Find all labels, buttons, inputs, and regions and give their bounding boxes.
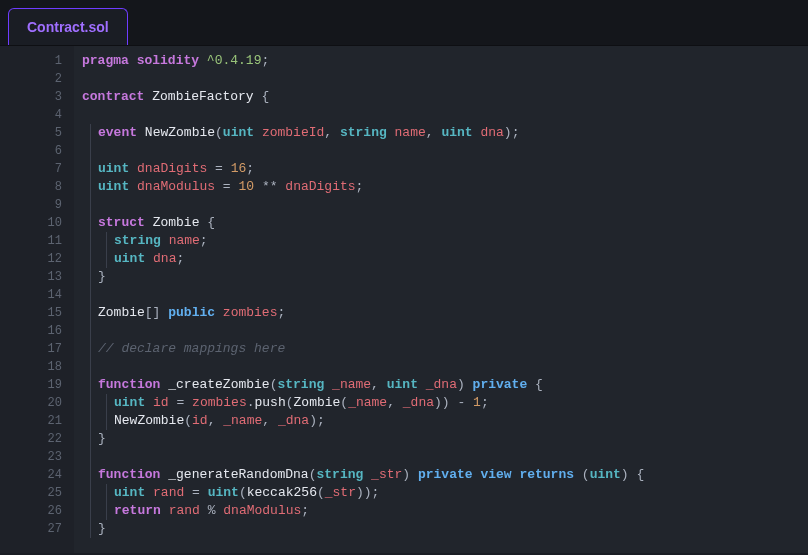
code-token: uint xyxy=(590,467,621,482)
code-token: name xyxy=(169,233,200,248)
code-token: )) xyxy=(434,395,450,410)
code-token: Zombie xyxy=(153,215,200,230)
code-token: uint xyxy=(387,377,418,392)
code-token: , xyxy=(426,125,434,140)
line-number: 10 xyxy=(0,214,62,232)
code-token: uint xyxy=(441,125,472,140)
code-token xyxy=(574,467,582,482)
code-line[interactable]: contract ZombieFactory { xyxy=(82,88,808,106)
code-token xyxy=(410,467,418,482)
code-line[interactable] xyxy=(82,70,808,88)
line-number: 25 xyxy=(0,484,62,502)
code-line[interactable] xyxy=(82,196,808,214)
code-token: , xyxy=(371,377,379,392)
code-token: push xyxy=(255,395,286,410)
code-token: ) xyxy=(309,413,317,428)
code-line[interactable]: uint id = zombies.push(Zombie(_name, _dn… xyxy=(82,394,808,412)
code-token xyxy=(145,485,153,500)
code-token xyxy=(200,485,208,500)
code-token: _str xyxy=(325,485,356,500)
line-number: 1 xyxy=(0,52,62,70)
code-line[interactable] xyxy=(82,322,808,340)
code-token: 1 xyxy=(473,395,481,410)
code-token: ) xyxy=(457,377,465,392)
code-line[interactable]: NewZombie(id, _name, _dna); xyxy=(82,412,808,430)
code-token: id xyxy=(153,395,169,410)
code-token: rand xyxy=(169,503,200,518)
code-token: ( xyxy=(340,395,348,410)
code-token: Zombie xyxy=(98,305,145,320)
tab-label: Contract.sol xyxy=(27,19,109,35)
code-token: ( xyxy=(286,395,294,410)
code-line[interactable] xyxy=(82,106,808,124)
code-token: keccak256 xyxy=(247,485,317,500)
code-token: } xyxy=(98,269,106,284)
code-token: contract xyxy=(82,89,144,104)
line-number: 22 xyxy=(0,430,62,448)
code-token: dnaDigits xyxy=(137,161,207,176)
code-line[interactable] xyxy=(82,142,808,160)
code-token: ) xyxy=(504,125,512,140)
code-line[interactable] xyxy=(82,448,808,466)
code-token xyxy=(215,179,223,194)
code-line[interactable]: return rand % dnaModulus; xyxy=(82,502,808,520)
line-number: 3 xyxy=(0,88,62,106)
code-line[interactable]: uint dnaDigits = 16; xyxy=(82,160,808,178)
code-line[interactable]: pragma solidity ^0.4.19; xyxy=(82,52,808,70)
code-line[interactable]: string name; xyxy=(82,232,808,250)
code-token: _name xyxy=(348,395,387,410)
code-token xyxy=(215,305,223,320)
code-token: return xyxy=(114,503,161,518)
code-line[interactable]: uint dnaModulus = 10 ** dnaDigits; xyxy=(82,178,808,196)
code-token xyxy=(270,413,278,428)
code-line[interactable] xyxy=(82,358,808,376)
code-token: event xyxy=(98,125,137,140)
code-token: 16 xyxy=(231,161,247,176)
code-line[interactable]: // declare mappings here xyxy=(82,340,808,358)
code-token: uint xyxy=(98,161,129,176)
line-number: 13 xyxy=(0,268,62,286)
code-line[interactable]: function _generateRandomDna(string _str)… xyxy=(82,466,808,484)
code-token: } xyxy=(98,521,106,536)
code-token: ; xyxy=(176,251,184,266)
tab-contract-sol[interactable]: Contract.sol xyxy=(8,8,128,45)
code-token: zombieId xyxy=(262,125,324,140)
code-token xyxy=(184,395,192,410)
code-token: _createZombie xyxy=(168,377,269,392)
code-line[interactable] xyxy=(82,286,808,304)
code-editor[interactable]: 1234567891011121314151617181920212223242… xyxy=(0,46,808,553)
code-token: )) xyxy=(356,485,372,500)
code-token: uint xyxy=(114,485,145,500)
code-line[interactable]: struct Zombie { xyxy=(82,214,808,232)
line-number-gutter: 1234567891011121314151617181920212223242… xyxy=(0,46,74,553)
code-line[interactable]: } xyxy=(82,520,808,538)
code-token: public xyxy=(168,305,215,320)
code-line[interactable]: uint dna; xyxy=(82,250,808,268)
code-line[interactable]: uint rand = uint(keccak256(_str)); xyxy=(82,484,808,502)
code-token: string xyxy=(340,125,387,140)
line-number: 11 xyxy=(0,232,62,250)
line-number: 20 xyxy=(0,394,62,412)
code-token xyxy=(129,53,137,68)
code-token: [] xyxy=(145,305,161,320)
code-token: { xyxy=(207,215,215,230)
code-line[interactable]: } xyxy=(82,268,808,286)
code-token: _generateRandomDna xyxy=(168,467,308,482)
code-token: private xyxy=(418,467,473,482)
code-token xyxy=(161,503,169,518)
code-token: _dna xyxy=(278,413,309,428)
code-token xyxy=(199,53,207,68)
code-token xyxy=(184,485,192,500)
code-token: ; xyxy=(261,53,269,68)
code-line[interactable]: Zombie[] public zombies; xyxy=(82,304,808,322)
code-token: pragma xyxy=(82,53,129,68)
code-area[interactable]: pragma solidity ^0.4.19;contract ZombieF… xyxy=(74,46,808,553)
code-line[interactable]: } xyxy=(82,430,808,448)
line-number: 12 xyxy=(0,250,62,268)
code-token: , xyxy=(262,413,270,428)
code-line[interactable]: function _createZombie(string _name, uin… xyxy=(82,376,808,394)
code-token xyxy=(418,377,426,392)
line-number: 7 xyxy=(0,160,62,178)
code-token: Zombie xyxy=(294,395,341,410)
code-line[interactable]: event NewZombie(uint zombieId, string na… xyxy=(82,124,808,142)
